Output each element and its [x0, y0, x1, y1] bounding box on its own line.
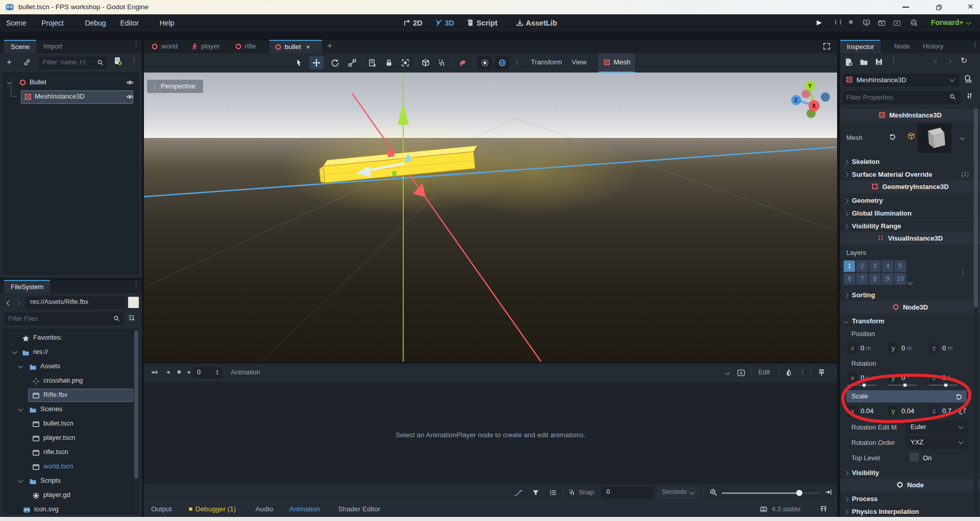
- anim-stop-button[interactable]: ■: [177, 368, 181, 375]
- doc-search-icon[interactable]: DOC: [964, 75, 972, 83]
- perspective-menu[interactable]: ⋮Perspective: [147, 80, 203, 93]
- property-tools-icon[interactable]: [966, 92, 973, 100]
- anim-frame-spinbox[interactable]: 0▲▼: [193, 367, 223, 379]
- selectable-list-tool-icon[interactable]: [369, 59, 377, 67]
- preview-environment-toggle-icon[interactable]: [498, 59, 506, 67]
- category-global-illumination[interactable]: Global Illumination: [840, 207, 980, 220]
- zoom-keys-icon[interactable]: [709, 488, 718, 496]
- history-forward-icon[interactable]: [947, 59, 952, 64]
- scene-filter-input[interactable]: Filter: name, t:t: [39, 57, 107, 69]
- visibility-eye-icon[interactable]: [126, 79, 134, 86]
- paint-tool-icon[interactable]: [458, 59, 467, 67]
- filesystem-menu-icon[interactable]: ⋮: [133, 281, 139, 289]
- close-tab-icon[interactable]: ✕: [306, 44, 310, 50]
- scene-tab-bullet[interactable]: bullet✕: [270, 40, 323, 53]
- layer-cell-1[interactable]: 1: [843, 260, 855, 272]
- expand-bottom-panel-icon[interactable]: [820, 505, 827, 513]
- slider-handle[interactable]: [863, 384, 866, 387]
- menu-scene[interactable]: Scene: [6, 18, 27, 28]
- scale-tool-icon[interactable]: [348, 59, 356, 67]
- distraction-free-icon[interactable]: [823, 42, 830, 50]
- bottom-tab-output[interactable]: Output: [151, 502, 172, 517]
- fs-scrollbar-thumb[interactable]: [134, 330, 138, 479]
- history-icon[interactable]: ↻: [961, 56, 967, 65]
- category-visibility-range[interactable]: Visibility Range: [840, 220, 980, 232]
- section-node3d[interactable]: Node3D: [840, 301, 980, 314]
- axis-value-y[interactable]: 0 °: [901, 372, 909, 384]
- switcher-3d[interactable]: 3D: [445, 18, 454, 28]
- switcher-2d[interactable]: 2D: [413, 18, 423, 28]
- tab-scene[interactable]: Scene: [4, 40, 36, 53]
- new-scene-tab-button[interactable]: +: [327, 41, 332, 51]
- section-meshinstance3d[interactable]: MeshInstance3D: [840, 109, 980, 122]
- axis-value-z[interactable]: 0 m: [942, 343, 953, 354]
- snap-value-input[interactable]: 0: [601, 486, 653, 499]
- tab-history[interactable]: History: [916, 40, 950, 53]
- instance-scene-button[interactable]: [23, 59, 31, 66]
- switcher-script[interactable]: Script: [476, 18, 497, 28]
- axis-value-x[interactable]: 0 m: [861, 343, 871, 354]
- layer-cell-4[interactable]: 4: [881, 260, 894, 272]
- pin-panel-icon[interactable]: [818, 369, 825, 376]
- fs-mode-toggle-button[interactable]: [128, 297, 139, 308]
- anim-skip-start-button[interactable]: ◂◂: [151, 368, 157, 375]
- node-selector[interactable]: MeshInstance3D: [842, 74, 960, 87]
- viewport-menu-view[interactable]: View: [572, 58, 586, 66]
- fs-item-Scripts[interactable]: [5, 475, 133, 488]
- section-node[interactable]: Node: [840, 479, 980, 491]
- select-tool-icon[interactable]: [295, 59, 303, 67]
- pause-button[interactable]: ❙❙: [834, 19, 843, 25]
- fs-scrollbar[interactable]: [134, 330, 138, 513]
- rotation-slider[interactable]: [888, 385, 917, 386]
- minimize-button[interactable]: [902, 7, 909, 8]
- revert-icon[interactable]: [955, 393, 963, 400]
- rotation-slider[interactable]: [847, 385, 876, 386]
- switcher-assetlib[interactable]: AssetLib: [526, 18, 557, 28]
- spin-arrows-icon[interactable]: ▲▼: [215, 369, 219, 375]
- expand-icon[interactable]: [960, 135, 965, 140]
- fs-sort-icon[interactable]: [128, 314, 135, 321]
- anim-play-button[interactable]: ▸: [188, 368, 191, 375]
- axis-value-z[interactable]: 0.7: [942, 406, 951, 417]
- close-button[interactable]: ✕: [967, 2, 974, 11]
- anim-menu-icon[interactable]: ⋮: [799, 368, 806, 375]
- axis-value-z[interactable]: 0 °: [942, 372, 950, 384]
- load-resource-button[interactable]: [860, 58, 868, 66]
- category-surface-material-override[interactable]: Surface Material Override(1): [840, 168, 980, 181]
- top-level-checkbox[interactable]: [910, 453, 919, 462]
- anim-play-backwards-button[interactable]: ◂: [166, 368, 169, 375]
- category-sorting[interactable]: Sorting: [840, 289, 980, 301]
- layer-cell-2[interactable]: 2: [856, 260, 868, 272]
- move-tool-icon[interactable]: [312, 59, 321, 67]
- history-back-icon[interactable]: [935, 59, 940, 64]
- tab-import[interactable]: Import: [37, 40, 69, 53]
- snap-unit-dropdown[interactable]: Seconds: [657, 486, 699, 499]
- menu-help[interactable]: Help: [160, 18, 175, 28]
- link-scale-icon[interactable]: [959, 407, 966, 415]
- new-resource-button[interactable]: [844, 58, 853, 66]
- slider-handle[interactable]: [796, 490, 802, 496]
- slider-handle[interactable]: [944, 384, 947, 387]
- scene-tree-menu-icon[interactable]: ⋮: [131, 56, 137, 64]
- autoplay-icon[interactable]: A: [737, 369, 745, 377]
- bottom-tab-audio[interactable]: Audio: [255, 502, 273, 517]
- inspector-filter-input[interactable]: Filter Properties: [842, 91, 961, 104]
- scene-tab-world[interactable]: world: [146, 40, 185, 53]
- mesh-menu-button[interactable]: Mesh: [598, 53, 635, 73]
- layer-cell-3[interactable]: 3: [869, 260, 881, 272]
- group-transform[interactable]: Transform: [840, 315, 980, 327]
- fs-item-Assets[interactable]: [5, 360, 133, 373]
- inspector-scrollbar[interactable]: [974, 108, 978, 515]
- bottom-tab-debugger[interactable]: Debugger (1): [189, 502, 236, 517]
- ruler-tool-icon[interactable]: [422, 59, 430, 67]
- animation-player-menu[interactable]: Animation: [231, 368, 260, 376]
- play-button[interactable]: ▶: [817, 18, 822, 26]
- axis-value-y[interactable]: 0 m: [901, 343, 912, 354]
- tab-inspector[interactable]: Inspector: [840, 40, 880, 53]
- lock-tool-icon[interactable]: [385, 59, 393, 67]
- axis-value-x[interactable]: 0.04: [861, 406, 873, 417]
- tab-filesystem[interactable]: FileSystem: [4, 280, 50, 293]
- stop-button[interactable]: ■: [849, 18, 853, 26]
- dropdown-euler[interactable]: Euler: [905, 420, 968, 434]
- axis-value-y[interactable]: 0.04: [901, 406, 914, 417]
